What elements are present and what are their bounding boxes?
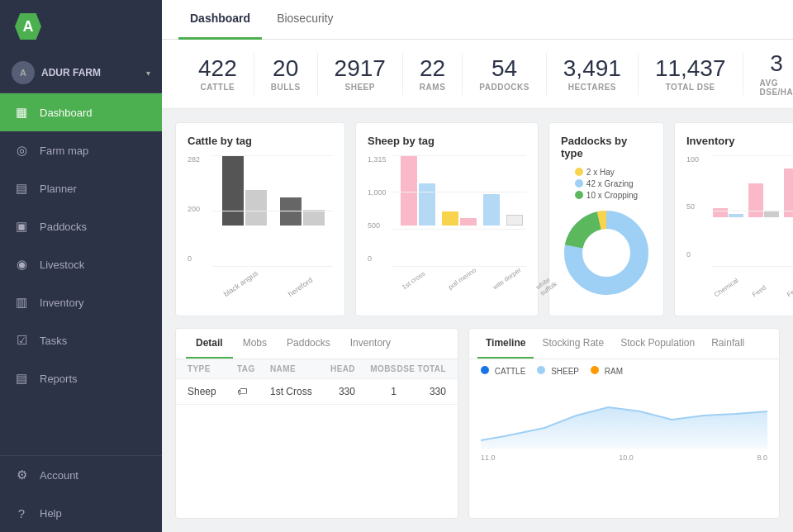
- sheep-chart-title: Sheep by tag: [368, 135, 526, 147]
- rams-value: 22: [420, 56, 445, 82]
- tab-biosecurity[interactable]: Biosecurity: [265, 0, 344, 40]
- paddocks-chart-title: Paddocks by type: [561, 135, 652, 159]
- stat-rams: 22 RAMS: [403, 53, 463, 96]
- tasks-icon: ☑: [13, 332, 30, 349]
- tab-mobs[interactable]: Mobs: [233, 329, 277, 359]
- help-icon: ?: [13, 505, 30, 521]
- avg-dse-label: AVG DSE/HA: [760, 78, 793, 97]
- inventory-icon: ▥: [13, 294, 30, 311]
- stat-bulls: 20 BULLS: [254, 53, 318, 96]
- app-logo: A: [0, 0, 162, 53]
- map-icon: ◎: [13, 142, 30, 159]
- timeline-tabs: Timeline Stocking Rate Stock Population …: [469, 329, 779, 359]
- timeline-chart-area: 11.0 10.0 8.0: [469, 382, 779, 518]
- tab-stocking-rate[interactable]: Stocking Rate: [534, 329, 612, 359]
- nav-item-livestock[interactable]: ◉ Livestock: [0, 245, 162, 283]
- nav-label-help: Help: [40, 507, 62, 520]
- nav-item-planner[interactable]: ▤ Planner: [0, 169, 162, 207]
- tag-icon: 🏷: [237, 386, 270, 397]
- bulls-label: BULLS: [271, 83, 301, 92]
- legend-hay: 2 x Hay: [575, 168, 638, 177]
- tab-rainfall[interactable]: Rainfall: [703, 329, 753, 359]
- livestock-icon: ◉: [13, 256, 30, 273]
- sheep-by-tag-card: Sheep by tag 1,315 1,000 500 0: [355, 122, 539, 316]
- farm-selector[interactable]: A ADUR FARM ▾: [0, 53, 162, 93]
- stat-total-dse: 11,437 TOTAL DSE: [639, 53, 743, 96]
- planner-icon: ▤: [13, 180, 30, 197]
- sheep-legend-dot: [537, 366, 545, 374]
- cattle-chart-title: Cattle by tag: [188, 135, 333, 147]
- cattle-by-tag-card: Cattle by tag 282 200 0: [175, 122, 345, 316]
- farm-avatar: A: [12, 61, 35, 84]
- ram-legend-dot: [591, 366, 599, 374]
- nav-item-help[interactable]: ? Help: [0, 494, 162, 532]
- rams-label: RAMS: [420, 83, 445, 92]
- dashboard-content: Cattle by tag 282 200 0: [162, 109, 793, 532]
- inventory-chart-card: Inventory 100 50 0: [674, 122, 793, 316]
- stat-avg-dse: 3 AVG DSE/HA: [743, 48, 793, 100]
- main-content: Dashboard Biosecurity 422 CATTLE 20 BULL…: [162, 0, 793, 532]
- nav-item-tasks[interactable]: ☑ Tasks: [0, 321, 162, 359]
- stats-bar: 422 CATTLE 20 BULLS 2917 SHEEP 22 RAMS 5…: [162, 40, 793, 109]
- sidebar: A A ADUR FARM ▾ ▦ Dashboard ◎ Farm map ▤…: [0, 0, 162, 532]
- svg-point-3: [583, 230, 629, 276]
- tab-detail[interactable]: Detail: [186, 329, 233, 359]
- nav-label-reports: Reports: [40, 373, 78, 385]
- nav-label-farm-map: Farm map: [40, 145, 88, 157]
- tab-stock-population[interactable]: Stock Population: [612, 329, 703, 359]
- sheep-value: 2917: [335, 56, 386, 82]
- inventory-chart-title: Inventory: [686, 135, 793, 147]
- stat-cattle: 422 CATTLE: [182, 53, 254, 96]
- dashboard-icon: ▦: [13, 104, 30, 121]
- timeline-svg: [481, 382, 767, 449]
- nav-item-dashboard[interactable]: ▦ Dashboard: [0, 93, 162, 131]
- paddocks-value: 54: [491, 56, 517, 82]
- charts-row: Cattle by tag 282 200 0: [175, 122, 780, 316]
- cattle-label: CATTLE: [201, 83, 235, 92]
- chevron-down-icon: ▾: [146, 69, 150, 78]
- hectares-label: HECTARES: [568, 83, 616, 92]
- nav-label-inventory: Inventory: [40, 297, 83, 309]
- nav-label-account: Account: [40, 469, 78, 482]
- donut-chart: [561, 207, 652, 298]
- reports-icon: ▤: [13, 370, 30, 387]
- account-icon: ⚙: [13, 467, 30, 483]
- nav-item-inventory[interactable]: ▥ Inventory: [0, 283, 162, 321]
- paddocks-icon: ▣: [13, 218, 30, 235]
- main-tabs: Dashboard Biosecurity: [162, 0, 793, 40]
- detail-table-header: TYPE TAG NAME HEAD MOBS DSE TOTAL: [176, 359, 458, 379]
- bottom-row: Detail Mobs Paddocks Inventory TYPE TAG …: [175, 328, 780, 519]
- nav-item-paddocks[interactable]: ▣ Paddocks: [0, 207, 162, 245]
- nav-item-farm-map[interactable]: ◎ Farm map: [0, 131, 162, 169]
- nav-label-planner: Planner: [40, 183, 77, 195]
- bulls-value: 20: [273, 56, 298, 82]
- cattle-value: 422: [198, 56, 237, 82]
- nav-item-account[interactable]: ⚙ Account: [0, 456, 162, 494]
- nav-label-paddocks: Paddocks: [40, 221, 87, 233]
- tab-paddocks-detail[interactable]: Paddocks: [277, 329, 340, 359]
- stat-sheep: 2917 SHEEP: [318, 53, 403, 96]
- tab-inventory-detail[interactable]: Inventory: [340, 329, 401, 359]
- nav-label-tasks: Tasks: [40, 335, 67, 347]
- table-row: Sheep 🏷 1st Cross 330 1 330: [176, 379, 458, 405]
- nav-bottom: ⚙ Account ? Help: [0, 455, 162, 532]
- legend-cropping: 10 x Cropping: [575, 191, 638, 200]
- nav-item-reports[interactable]: ▤ Reports: [0, 359, 162, 397]
- cattle-legend-dot: [481, 366, 489, 374]
- legend-grazing: 42 x Grazing: [575, 179, 638, 188]
- logo-icon: A: [15, 13, 41, 40]
- stat-hectares: 3,491 HECTARES: [547, 53, 639, 96]
- paddocks-label: PADDOCKS: [479, 83, 529, 92]
- detail-tabs: Detail Mobs Paddocks Inventory: [176, 329, 458, 359]
- nav-label-dashboard: Dashboard: [40, 107, 93, 119]
- nav-label-livestock: Livestock: [40, 259, 84, 271]
- detail-card: Detail Mobs Paddocks Inventory TYPE TAG …: [175, 328, 458, 519]
- farm-name: ADUR FARM: [41, 67, 146, 78]
- timeline-card: Timeline Stocking Rate Stock Population …: [468, 328, 780, 519]
- sheep-label: SHEEP: [345, 83, 375, 92]
- hectares-value: 3,491: [563, 56, 621, 82]
- tab-dashboard[interactable]: Dashboard: [178, 0, 262, 40]
- stat-paddocks: 54 PADDOCKS: [463, 53, 546, 96]
- tab-timeline[interactable]: Timeline: [477, 329, 534, 359]
- total-dse-value: 11,437: [655, 56, 726, 82]
